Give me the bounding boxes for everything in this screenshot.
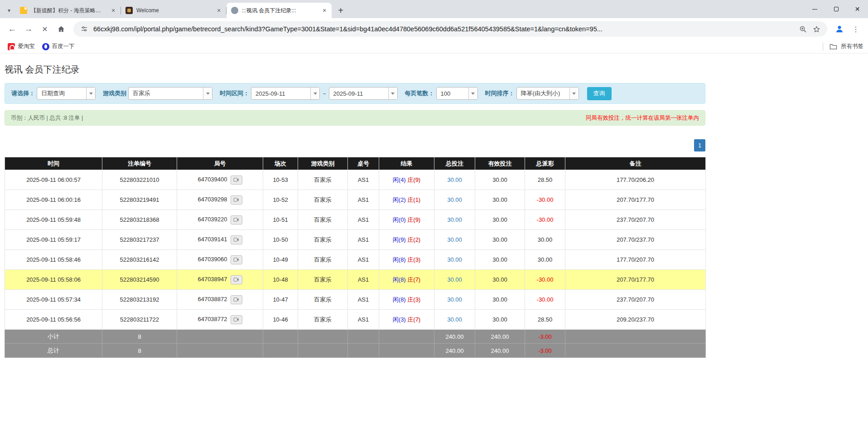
welcome-favicon-icon (125, 7, 133, 14)
bookmark-taobao[interactable]: 爱淘宝 (5, 41, 38, 52)
back-button[interactable]: ← (5, 21, 20, 37)
result-player: 闲(9) (393, 236, 406, 243)
column-header: 桌号 (348, 157, 379, 170)
betrecord-favicon-icon (231, 7, 238, 14)
result-banker: 庄(7) (407, 316, 420, 323)
total-bet-link[interactable]: 30.00 (447, 316, 462, 323)
forward-button[interactable]: → (21, 21, 36, 37)
all-bookmarks[interactable]: 所有书签 (823, 43, 863, 51)
cell-summary-valid-bet: 240.00 (475, 330, 525, 344)
maximize-button[interactable] (825, 0, 847, 18)
search-button[interactable]: 查询 (587, 87, 612, 100)
site-settings-icon[interactable] (80, 24, 89, 34)
result-banker: 庄(9) (407, 176, 420, 183)
chevron-down-icon[interactable] (468, 88, 477, 99)
total-bet-link[interactable]: 30.00 (447, 176, 462, 183)
total-bet-link[interactable]: 30.00 (447, 236, 462, 243)
cell-time: 2025-09-11 05:56:56 (5, 310, 102, 330)
url-text[interactable]: 66cxkj98.com/ipl/portal.php/game/betreco… (93, 25, 794, 33)
replay-icon-button[interactable] (231, 315, 242, 324)
close-icon[interactable]: ✕ (215, 7, 222, 14)
round-number: 647038947 (198, 276, 227, 283)
minimize-button[interactable] (804, 0, 825, 18)
date-from-input[interactable]: 2025-09-11 (251, 87, 320, 100)
total-bet-link[interactable]: 30.00 (447, 276, 462, 283)
summary-row: 总计8240.00240.00-3.00 (5, 344, 706, 358)
cell-total-bet: 30.00 (434, 310, 475, 330)
address-bar[interactable]: 66cxkj98.com/ipl/portal.php/game/betreco… (73, 21, 827, 37)
tab-forum[interactable]: 【新提醒】积分 - 海燕策略论坛 ✕ (15, 3, 121, 18)
cell-empty (177, 330, 263, 344)
cell-summary-label: 总计 (5, 344, 102, 358)
cell-game-type: 百家乐 (298, 190, 348, 210)
profile-avatar[interactable] (832, 21, 847, 37)
chevron-down-icon[interactable] (569, 88, 579, 99)
cell-valid-bet: 30.00 (475, 210, 525, 230)
chevron-down-icon[interactable] (86, 88, 95, 99)
replay-icon-button[interactable] (231, 176, 242, 185)
cell-game-type: 百家乐 (298, 250, 348, 270)
page-number-button[interactable]: 1 (694, 139, 705, 151)
cell-round: 647039220 (177, 210, 263, 230)
cell-remark: 237.70/207.70 (565, 290, 706, 310)
query-type-select[interactable]: 日期查询 (37, 87, 96, 100)
replay-icon-button[interactable] (231, 235, 242, 244)
page-size-select[interactable]: 100 (436, 87, 478, 100)
chevron-down-icon[interactable] (388, 88, 397, 99)
bookmark-baidu[interactable]: 百度一下 (39, 41, 78, 52)
cell-bet-id: 522803214590 (102, 270, 177, 290)
total-bet-link[interactable]: 30.00 (447, 196, 462, 203)
home-button[interactable] (53, 21, 69, 37)
chevron-down-icon[interactable] (203, 88, 212, 99)
tab-bet-record[interactable]: :::视讯 会员下注纪录::: ✕ (227, 3, 332, 18)
cell-table-number: AS1 (348, 270, 379, 290)
chevron-down-icon[interactable]: ▾ (3, 3, 15, 18)
zoom-icon[interactable] (798, 24, 807, 34)
cell-game-type: 百家乐 (298, 290, 348, 310)
browser-menu-button[interactable]: ⋮ (848, 21, 863, 37)
column-header: 总派彩 (525, 157, 565, 170)
chevron-down-icon[interactable] (310, 88, 319, 99)
cell-session: 10-53 (263, 170, 298, 190)
tab-welcome[interactable]: Welcome ✕ (121, 3, 226, 18)
column-header: 注单编号 (102, 157, 177, 170)
page-title: 视讯 会员下注纪录 (5, 63, 705, 76)
bookmark-star-icon[interactable] (812, 24, 821, 34)
cell-time: 2025-09-11 05:59:17 (5, 230, 102, 250)
cell-empty (298, 344, 348, 358)
result-banker: 庄(1) (407, 196, 420, 203)
new-tab-button[interactable]: + (334, 4, 347, 17)
replay-icon-button[interactable] (231, 255, 242, 264)
replay-icon-button[interactable] (231, 275, 242, 284)
close-icon[interactable]: ✕ (321, 7, 328, 14)
cell-result: 闲(9) 庄(2) (379, 230, 434, 250)
result-player: 闲(8) (393, 296, 406, 303)
sort-select[interactable]: 降幂(由大到小) (516, 87, 579, 100)
replay-icon-button[interactable] (231, 295, 242, 304)
cell-payout: -30.00 (525, 190, 565, 210)
cell-total-bet: 30.00 (434, 270, 475, 290)
total-bet-link[interactable]: 30.00 (447, 216, 462, 223)
round-number: 647039298 (198, 196, 227, 203)
column-header: 时间 (5, 157, 102, 170)
cell-session: 10-52 (263, 190, 298, 210)
result-player: 闲(0) (393, 216, 406, 223)
replay-icon-button[interactable] (231, 215, 242, 224)
cell-empty (565, 330, 706, 344)
cell-round: 647038772 (177, 310, 263, 330)
total-bet-link[interactable]: 30.00 (447, 256, 462, 263)
close-window-button[interactable]: ✕ (847, 0, 868, 18)
game-type-select[interactable]: 百家乐 (128, 87, 212, 100)
date-to-input[interactable]: 2025-09-11 (329, 87, 398, 100)
total-bet-link[interactable]: 30.00 (447, 296, 462, 303)
cell-bet-id: 522803221010 (102, 170, 177, 190)
cell-time: 2025-09-11 05:57:34 (5, 290, 102, 310)
cell-result: 闲(3) 庄(7) (379, 310, 434, 330)
bet-row: 2025-09-11 05:58:06522803214590647038947… (5, 270, 706, 290)
sort-value: 降幂(由大到小) (517, 88, 569, 99)
cell-remark: 207.70/177.70 (565, 190, 706, 210)
close-icon[interactable]: ✕ (110, 7, 117, 14)
stop-button[interactable]: ✕ (37, 21, 53, 37)
replay-icon-button[interactable] (231, 195, 242, 205)
cell-round: 647038872 (177, 290, 263, 310)
